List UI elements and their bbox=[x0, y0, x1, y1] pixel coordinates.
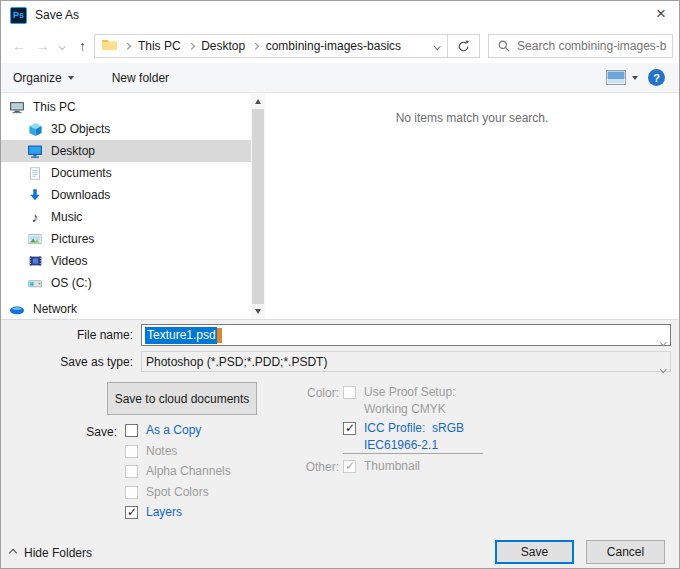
option-use-proof-setup: Use Proof Setup: Working CMYK bbox=[343, 384, 455, 418]
breadcrumb-separator-icon bbox=[253, 44, 258, 49]
option-notes: Notes bbox=[125, 443, 231, 464]
sidebar-item-documents[interactable]: Documents bbox=[1, 162, 251, 184]
organize-caret-icon bbox=[68, 76, 74, 80]
network-icon bbox=[9, 301, 25, 317]
save-to-cloud-button[interactable]: Save to cloud documents bbox=[107, 382, 257, 415]
save-as-type-select[interactable]: Photoshop (*.PSD;*.PDD;*.PSDT) bbox=[141, 351, 671, 372]
search-box bbox=[488, 34, 673, 58]
color-group-label: Color: bbox=[281, 386, 339, 400]
sidebar-item-downloads[interactable]: Downloads bbox=[1, 184, 251, 206]
desktop-icon bbox=[27, 143, 43, 159]
file-name-label: File name: bbox=[1, 324, 141, 346]
navigation-pane: This PC 3D Objects Desktop Documents bbox=[1, 94, 251, 319]
chevron-up-icon bbox=[9, 549, 17, 557]
save-as-dialog: Ps Save As × ← → ↑ This PC Desktop combi… bbox=[0, 0, 680, 569]
scroll-down-icon[interactable] bbox=[255, 309, 261, 314]
save-options-group: Save: As a Copy Notes Alpha Channels Spo… bbox=[1, 422, 231, 525]
option-alpha-channels: Alpha Channels bbox=[125, 463, 231, 484]
command-toolbar: Organize New folder ? bbox=[1, 63, 679, 93]
options-divider bbox=[343, 453, 483, 454]
title-bar: Ps Save As × bbox=[1, 1, 679, 29]
sidebar-item-desktop[interactable]: Desktop bbox=[1, 140, 251, 162]
breadcrumb-separator-icon bbox=[125, 44, 130, 49]
view-thumbnail-icon bbox=[606, 70, 626, 85]
search-input[interactable] bbox=[517, 39, 667, 53]
option-spot-colors: Spot Colors bbox=[125, 484, 231, 505]
save-button[interactable]: Save bbox=[495, 540, 574, 564]
breadcrumb-this-pc[interactable]: This PC bbox=[138, 39, 181, 53]
new-folder-button[interactable]: New folder bbox=[112, 71, 169, 85]
save-group-label: Save: bbox=[1, 422, 121, 525]
save-as-type-value: Photoshop (*.PSD;*.PDD;*.PSDT) bbox=[146, 355, 327, 369]
organize-button[interactable]: Organize bbox=[13, 71, 74, 85]
file-name-value: Texture1.psd bbox=[145, 327, 217, 344]
view-caret-icon bbox=[632, 76, 638, 80]
sidebar-item-os-c[interactable]: OS (C:) bbox=[1, 272, 251, 294]
sidebar-item-network[interactable]: Network bbox=[1, 298, 251, 320]
photoshop-app-icon: Ps bbox=[10, 7, 27, 24]
close-icon[interactable]: × bbox=[656, 4, 666, 24]
thumbnail-checkbox bbox=[343, 460, 356, 473]
file-name-dropdown-chevron[interactable] bbox=[661, 333, 666, 347]
text-caret bbox=[217, 328, 222, 343]
hard-drive-icon bbox=[27, 275, 43, 291]
breadcrumb: This PC Desktop combining-images-basics bbox=[94, 34, 448, 58]
sidebar-item-this-pc[interactable]: This PC bbox=[1, 96, 251, 118]
breadcrumb-separator-icon bbox=[189, 44, 194, 49]
hide-folders-button[interactable]: Hide Folders bbox=[10, 546, 92, 560]
sidebar-item-pictures[interactable]: Pictures bbox=[1, 228, 251, 250]
3d-cube-icon bbox=[27, 121, 43, 137]
picture-icon bbox=[27, 231, 43, 247]
window-title: Save As bbox=[35, 8, 79, 22]
folder-browser: This PC 3D Objects Desktop Documents bbox=[1, 94, 679, 319]
folder-icon bbox=[102, 39, 117, 54]
address-dropdown-chevron[interactable] bbox=[435, 44, 440, 49]
help-icon[interactable]: ? bbox=[648, 69, 665, 86]
option-layers[interactable]: Layers bbox=[125, 504, 231, 525]
music-note-icon: ♪ bbox=[27, 209, 43, 225]
sidebar-item-3d-objects[interactable]: 3D Objects bbox=[1, 118, 251, 140]
document-icon bbox=[27, 165, 43, 181]
computer-icon bbox=[9, 99, 25, 115]
file-name-input[interactable]: Texture1.psd bbox=[141, 324, 671, 346]
download-arrow-icon bbox=[27, 187, 43, 203]
other-group-label: Other: bbox=[281, 460, 339, 474]
search-icon bbox=[498, 40, 510, 52]
change-view-button[interactable] bbox=[606, 70, 638, 85]
video-film-icon bbox=[27, 253, 43, 269]
save-as-type-label: Save as type: bbox=[1, 351, 141, 373]
spot-colors-checkbox bbox=[125, 486, 138, 499]
cancel-button[interactable]: Cancel bbox=[586, 540, 665, 564]
notes-checkbox bbox=[125, 445, 138, 458]
up-button[interactable]: ↑ bbox=[71, 38, 95, 54]
file-list-pane: No items match your search. bbox=[265, 94, 679, 319]
icc-profile-checkbox[interactable] bbox=[343, 422, 356, 435]
use-proof-setup-checkbox bbox=[343, 386, 356, 399]
alpha-channels-checkbox bbox=[125, 465, 138, 478]
save-as-type-chevron bbox=[661, 360, 666, 374]
address-bar: ← → ↑ This PC Desktop combining-images-b… bbox=[1, 29, 679, 63]
as-a-copy-checkbox[interactable] bbox=[125, 424, 138, 437]
option-as-a-copy[interactable]: As a Copy bbox=[125, 422, 231, 443]
refresh-icon bbox=[457, 40, 470, 53]
sidebar-scrollbar[interactable] bbox=[251, 94, 265, 319]
scroll-up-icon[interactable] bbox=[255, 99, 261, 104]
sidebar-item-music[interactable]: ♪ Music bbox=[1, 206, 251, 228]
breadcrumb-current-folder[interactable]: combining-images-basics bbox=[266, 39, 401, 53]
refresh-button[interactable] bbox=[447, 34, 480, 58]
back-button[interactable]: ← bbox=[7, 38, 31, 54]
save-options-panel: File name: Texture1.psd Save as type: Ph… bbox=[1, 319, 679, 569]
sidebar-item-videos[interactable]: Videos bbox=[1, 250, 251, 272]
layers-checkbox[interactable] bbox=[125, 506, 138, 519]
recent-locations-chevron[interactable] bbox=[55, 44, 71, 49]
breadcrumb-desktop[interactable]: Desktop bbox=[201, 39, 245, 53]
scrollbar-thumb[interactable] bbox=[252, 109, 264, 304]
empty-search-message: No items match your search. bbox=[396, 111, 549, 125]
option-icc-profile[interactable]: ICC Profile: sRGB IEC61966-2.1 bbox=[343, 420, 464, 454]
option-thumbnail: Thumbnail bbox=[343, 458, 420, 475]
forward-button[interactable]: → bbox=[31, 38, 55, 54]
